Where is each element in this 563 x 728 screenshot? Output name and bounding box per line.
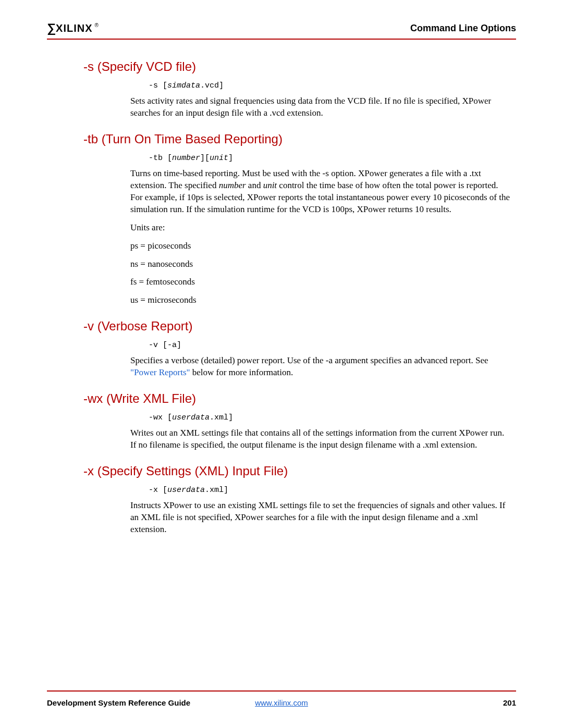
heading-wx: -wx (Write XML File): [83, 391, 516, 406]
heading-x: -x (Specify Settings (XML) Input File): [83, 464, 516, 478]
para-x: Instructs XPower to use an existing XML …: [130, 500, 511, 536]
para-wx: Writes out an XML settings file that con…: [130, 427, 511, 451]
para-tb-1: Turns on time-based reporting. Must be u…: [130, 168, 511, 216]
divider-top: [47, 39, 516, 40]
divider-bottom: [47, 690, 516, 692]
code-arg: simdata: [167, 81, 200, 90]
code-text: ][: [200, 154, 210, 163]
para-s: Sets activity rates and signal frequenci…: [130, 95, 511, 119]
code-arg: userdata: [172, 413, 210, 422]
code-text: -wx [: [149, 413, 172, 422]
text: below for more information.: [190, 367, 293, 377]
logo: ∑ XILINX ®: [47, 21, 97, 35]
code-arg: userdata: [167, 486, 205, 495]
para-v: Specifies a verbose (detailed) power rep…: [130, 355, 511, 379]
heading-v: -v (Verbose Report): [83, 319, 516, 334]
logo-mark-icon: ∑: [47, 21, 55, 35]
para-tb-fs: fs = femtoseconds: [130, 276, 511, 288]
code-text: .xml]: [205, 486, 228, 495]
link-power-reports[interactable]: "Power Reports": [130, 367, 190, 377]
code-arg: unit: [210, 154, 228, 163]
code-v: -v [-a]: [149, 341, 516, 350]
code-text: .xml]: [210, 413, 233, 422]
registered-icon: ®: [95, 22, 99, 28]
footer-url-link[interactable]: www.xilinx.com: [255, 698, 308, 707]
code-text: ]: [228, 154, 233, 163]
footer-page-number: 201: [503, 698, 516, 707]
heading-s: -s (Specify VCD file): [83, 59, 516, 74]
heading-tb: -tb (Turn On Time Based Reporting): [83, 132, 516, 146]
code-arg: number: [172, 154, 200, 163]
code-text: .vcd]: [200, 81, 224, 90]
text: Specifies a verbose (detailed) power rep…: [130, 355, 488, 365]
text: and: [246, 180, 263, 190]
text-italic: unit: [263, 180, 277, 190]
code-wx: -wx [userdata.xml]: [149, 413, 516, 422]
footer-doc-title: Development System Reference Guide: [47, 698, 190, 707]
code-s: -s [simdata.vcd]: [149, 81, 516, 90]
page-header: ∑ XILINX ® Command Line Options: [47, 21, 516, 35]
code-text: -tb [: [149, 154, 172, 163]
text-italic: number: [219, 180, 246, 190]
code-text: -x [: [149, 486, 167, 495]
para-tb-us: us = microseconds: [130, 294, 511, 306]
code-text: -s [: [149, 81, 167, 90]
code-x: -x [userdata.xml]: [149, 486, 516, 495]
para-tb-units-label: Units are:: [130, 222, 511, 234]
para-tb-ns: ns = nanoseconds: [130, 258, 511, 270]
header-title: Command Line Options: [410, 23, 516, 34]
page-footer: Development System Reference Guide www.x…: [47, 698, 516, 707]
code-tb: -tb [number][unit]: [149, 154, 516, 163]
para-tb-ps: ps = picoseconds: [130, 240, 511, 252]
logo-text: XILINX: [56, 22, 92, 34]
